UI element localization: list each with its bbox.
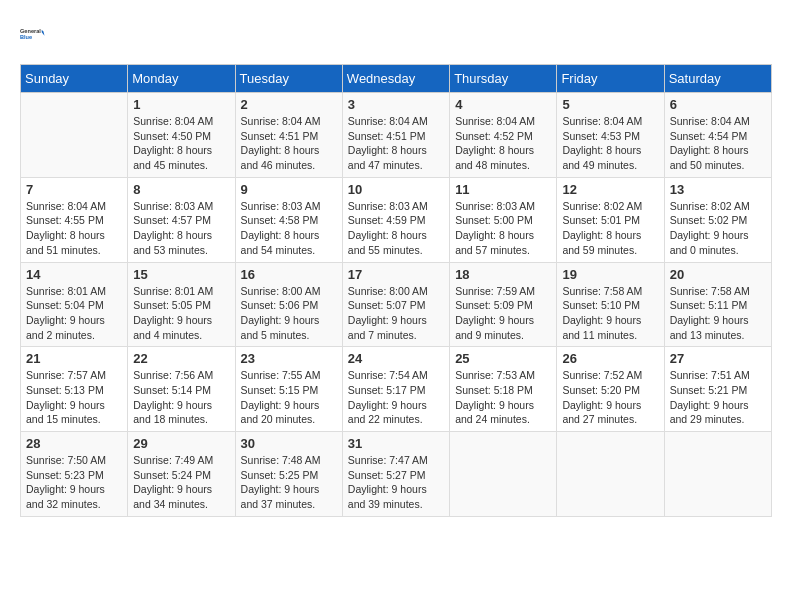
calendar-cell: 30Sunrise: 7:48 AMSunset: 5:25 PMDayligh… [235, 432, 342, 517]
calendar-cell: 15Sunrise: 8:01 AMSunset: 5:05 PMDayligh… [128, 262, 235, 347]
weekday-header-monday: Monday [128, 65, 235, 93]
calendar-cell: 27Sunrise: 7:51 AMSunset: 5:21 PMDayligh… [664, 347, 771, 432]
calendar-cell: 2Sunrise: 8:04 AMSunset: 4:51 PMDaylight… [235, 93, 342, 178]
day-info: Sunrise: 8:03 AMSunset: 4:57 PMDaylight:… [133, 199, 229, 258]
day-info: Sunrise: 7:52 AMSunset: 5:20 PMDaylight:… [562, 368, 658, 427]
day-number: 30 [241, 436, 337, 451]
day-number: 21 [26, 351, 122, 366]
day-number: 15 [133, 267, 229, 282]
day-info: Sunrise: 7:48 AMSunset: 5:25 PMDaylight:… [241, 453, 337, 512]
svg-text:General: General [20, 28, 41, 34]
day-info: Sunrise: 7:56 AMSunset: 5:14 PMDaylight:… [133, 368, 229, 427]
day-info: Sunrise: 7:54 AMSunset: 5:17 PMDaylight:… [348, 368, 444, 427]
day-number: 29 [133, 436, 229, 451]
day-info: Sunrise: 8:02 AMSunset: 5:01 PMDaylight:… [562, 199, 658, 258]
calendar-cell: 7Sunrise: 8:04 AMSunset: 4:55 PMDaylight… [21, 177, 128, 262]
day-number: 1 [133, 97, 229, 112]
day-number: 22 [133, 351, 229, 366]
calendar-cell: 8Sunrise: 8:03 AMSunset: 4:57 PMDaylight… [128, 177, 235, 262]
day-number: 8 [133, 182, 229, 197]
week-row-1: 1Sunrise: 8:04 AMSunset: 4:50 PMDaylight… [21, 93, 772, 178]
day-info: Sunrise: 7:49 AMSunset: 5:24 PMDaylight:… [133, 453, 229, 512]
day-info: Sunrise: 7:47 AMSunset: 5:27 PMDaylight:… [348, 453, 444, 512]
calendar-cell: 16Sunrise: 8:00 AMSunset: 5:06 PMDayligh… [235, 262, 342, 347]
svg-marker-2 [42, 30, 46, 36]
calendar-table: SundayMondayTuesdayWednesdayThursdayFrid… [20, 64, 772, 517]
weekday-header-saturday: Saturday [664, 65, 771, 93]
logo-icon: GeneralBlue [20, 20, 48, 48]
day-info: Sunrise: 7:59 AMSunset: 5:09 PMDaylight:… [455, 284, 551, 343]
weekday-header-sunday: Sunday [21, 65, 128, 93]
day-info: Sunrise: 7:55 AMSunset: 5:15 PMDaylight:… [241, 368, 337, 427]
weekday-header-friday: Friday [557, 65, 664, 93]
day-number: 24 [348, 351, 444, 366]
day-number: 17 [348, 267, 444, 282]
day-info: Sunrise: 8:02 AMSunset: 5:02 PMDaylight:… [670, 199, 766, 258]
calendar-cell: 10Sunrise: 8:03 AMSunset: 4:59 PMDayligh… [342, 177, 449, 262]
day-info: Sunrise: 8:04 AMSunset: 4:54 PMDaylight:… [670, 114, 766, 173]
day-number: 31 [348, 436, 444, 451]
day-number: 16 [241, 267, 337, 282]
calendar-cell: 4Sunrise: 8:04 AMSunset: 4:52 PMDaylight… [450, 93, 557, 178]
day-info: Sunrise: 8:03 AMSunset: 5:00 PMDaylight:… [455, 199, 551, 258]
day-number: 7 [26, 182, 122, 197]
calendar-cell: 1Sunrise: 8:04 AMSunset: 4:50 PMDaylight… [128, 93, 235, 178]
calendar-cell [450, 432, 557, 517]
day-number: 18 [455, 267, 551, 282]
day-info: Sunrise: 8:04 AMSunset: 4:51 PMDaylight:… [241, 114, 337, 173]
calendar-cell: 3Sunrise: 8:04 AMSunset: 4:51 PMDaylight… [342, 93, 449, 178]
day-info: Sunrise: 7:58 AMSunset: 5:10 PMDaylight:… [562, 284, 658, 343]
calendar-cell: 13Sunrise: 8:02 AMSunset: 5:02 PMDayligh… [664, 177, 771, 262]
day-info: Sunrise: 7:51 AMSunset: 5:21 PMDaylight:… [670, 368, 766, 427]
day-number: 19 [562, 267, 658, 282]
day-number: 3 [348, 97, 444, 112]
calendar-cell: 23Sunrise: 7:55 AMSunset: 5:15 PMDayligh… [235, 347, 342, 432]
week-row-4: 21Sunrise: 7:57 AMSunset: 5:13 PMDayligh… [21, 347, 772, 432]
calendar-cell: 5Sunrise: 8:04 AMSunset: 4:53 PMDaylight… [557, 93, 664, 178]
day-info: Sunrise: 7:53 AMSunset: 5:18 PMDaylight:… [455, 368, 551, 427]
day-number: 5 [562, 97, 658, 112]
day-info: Sunrise: 8:00 AMSunset: 5:06 PMDaylight:… [241, 284, 337, 343]
calendar-cell: 6Sunrise: 8:04 AMSunset: 4:54 PMDaylight… [664, 93, 771, 178]
day-number: 13 [670, 182, 766, 197]
day-number: 26 [562, 351, 658, 366]
calendar-cell: 9Sunrise: 8:03 AMSunset: 4:58 PMDaylight… [235, 177, 342, 262]
day-info: Sunrise: 8:04 AMSunset: 4:50 PMDaylight:… [133, 114, 229, 173]
day-number: 23 [241, 351, 337, 366]
week-row-3: 14Sunrise: 8:01 AMSunset: 5:04 PMDayligh… [21, 262, 772, 347]
day-number: 10 [348, 182, 444, 197]
calendar-cell: 25Sunrise: 7:53 AMSunset: 5:18 PMDayligh… [450, 347, 557, 432]
calendar-cell: 24Sunrise: 7:54 AMSunset: 5:17 PMDayligh… [342, 347, 449, 432]
calendar-cell: 19Sunrise: 7:58 AMSunset: 5:10 PMDayligh… [557, 262, 664, 347]
day-info: Sunrise: 8:01 AMSunset: 5:04 PMDaylight:… [26, 284, 122, 343]
calendar-cell: 21Sunrise: 7:57 AMSunset: 5:13 PMDayligh… [21, 347, 128, 432]
calendar-cell: 11Sunrise: 8:03 AMSunset: 5:00 PMDayligh… [450, 177, 557, 262]
day-number: 28 [26, 436, 122, 451]
week-row-2: 7Sunrise: 8:04 AMSunset: 4:55 PMDaylight… [21, 177, 772, 262]
calendar-cell: 22Sunrise: 7:56 AMSunset: 5:14 PMDayligh… [128, 347, 235, 432]
calendar-cell: 20Sunrise: 7:58 AMSunset: 5:11 PMDayligh… [664, 262, 771, 347]
calendar-cell: 12Sunrise: 8:02 AMSunset: 5:01 PMDayligh… [557, 177, 664, 262]
day-info: Sunrise: 8:03 AMSunset: 4:58 PMDaylight:… [241, 199, 337, 258]
calendar-cell: 18Sunrise: 7:59 AMSunset: 5:09 PMDayligh… [450, 262, 557, 347]
day-info: Sunrise: 8:01 AMSunset: 5:05 PMDaylight:… [133, 284, 229, 343]
calendar-cell: 26Sunrise: 7:52 AMSunset: 5:20 PMDayligh… [557, 347, 664, 432]
day-info: Sunrise: 8:04 AMSunset: 4:55 PMDaylight:… [26, 199, 122, 258]
day-number: 6 [670, 97, 766, 112]
calendar-cell [664, 432, 771, 517]
calendar-cell: 28Sunrise: 7:50 AMSunset: 5:23 PMDayligh… [21, 432, 128, 517]
calendar-cell: 14Sunrise: 8:01 AMSunset: 5:04 PMDayligh… [21, 262, 128, 347]
day-info: Sunrise: 8:03 AMSunset: 4:59 PMDaylight:… [348, 199, 444, 258]
calendar-cell: 31Sunrise: 7:47 AMSunset: 5:27 PMDayligh… [342, 432, 449, 517]
calendar-cell [557, 432, 664, 517]
weekday-header-tuesday: Tuesday [235, 65, 342, 93]
day-number: 11 [455, 182, 551, 197]
day-number: 27 [670, 351, 766, 366]
day-info: Sunrise: 7:57 AMSunset: 5:13 PMDaylight:… [26, 368, 122, 427]
day-info: Sunrise: 8:04 AMSunset: 4:51 PMDaylight:… [348, 114, 444, 173]
day-number: 2 [241, 97, 337, 112]
week-row-5: 28Sunrise: 7:50 AMSunset: 5:23 PMDayligh… [21, 432, 772, 517]
day-info: Sunrise: 7:58 AMSunset: 5:11 PMDaylight:… [670, 284, 766, 343]
weekday-header-thursday: Thursday [450, 65, 557, 93]
page-header: GeneralBlue [20, 20, 772, 48]
